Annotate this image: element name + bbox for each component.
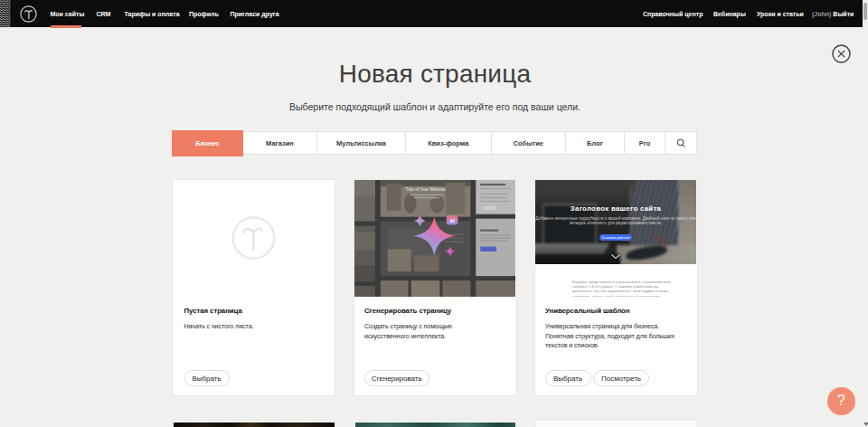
svg-text:Title of Your Website: Title of Your Website — [406, 187, 446, 192]
svg-text:AI: AI — [449, 218, 455, 223]
